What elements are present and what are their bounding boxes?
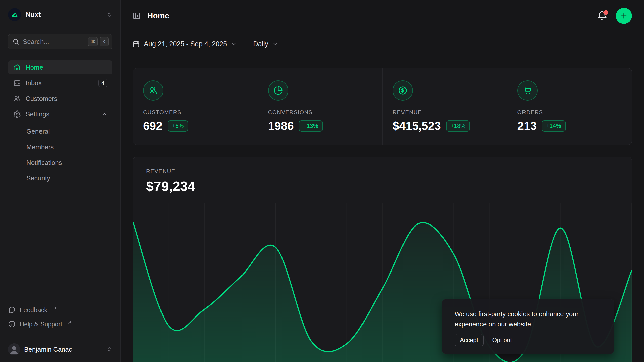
stat-customers[interactable]: CUSTOMERS 692 +6%	[133, 68, 258, 145]
collapse-sidebar-button[interactable]	[132, 12, 141, 20]
chevrons-up-down-icon	[106, 11, 112, 18]
pie-chart-icon	[268, 80, 288, 101]
sidebar-item-notifications[interactable]: Notifications	[26, 155, 112, 170]
period-select[interactable]: Daily	[253, 40, 278, 48]
stat-revenue[interactable]: REVENUE $415,523 +18%	[382, 68, 507, 145]
revenue-chart-header: REVENUE $79,234	[133, 157, 632, 194]
avatar	[8, 343, 20, 355]
calendar-icon	[132, 40, 140, 48]
sidebar-item-home[interactable]: Home	[8, 60, 112, 74]
chevron-down-icon	[231, 41, 237, 47]
help-support-label: Help & Support	[20, 321, 62, 328]
sidebar-item-customers[interactable]: Customers	[8, 92, 112, 106]
users-stat-icon	[143, 80, 163, 101]
nuxt-logo-icon	[8, 8, 21, 21]
cookie-message: We use first-party cookies to enhance yo…	[455, 309, 598, 329]
stat-value: 1986	[268, 119, 294, 133]
revenue-chart-label: REVENUE	[146, 168, 619, 175]
external-link-icon	[67, 320, 72, 324]
cookie-banner: We use first-party cookies to enhance yo…	[442, 299, 614, 354]
stat-value: 213	[517, 119, 537, 133]
stat-value: 692	[143, 119, 163, 133]
page-title: Home	[147, 11, 169, 20]
notifications-button[interactable]	[597, 11, 607, 21]
filter-toolbar: Aug 21, 2025 - Sep 4, 2025 Daily	[121, 32, 644, 56]
users-icon	[13, 95, 21, 103]
search-icon	[12, 38, 19, 45]
user-name: Benjamin Canac	[24, 346, 72, 353]
cookie-actions: Accept Opt out	[455, 334, 601, 346]
workspace-switcher[interactable]: Nuxt	[0, 8, 120, 22]
stat-label: ORDERS	[517, 109, 622, 116]
chevrons-up-down-icon	[106, 346, 112, 353]
search-placeholder: Search...	[23, 38, 85, 46]
stat-label: REVENUE	[393, 109, 497, 116]
period-value: Daily	[253, 40, 268, 48]
sidebar-item-label: Home	[26, 64, 43, 71]
notification-dot	[603, 10, 608, 15]
sidebar: Nuxt Search... ⌘ K	[0, 0, 121, 362]
sidebar-item-label: Inbox	[26, 79, 42, 87]
feedback-label: Feedback	[20, 306, 47, 314]
stat-orders[interactable]: ORDERS 213 +14%	[507, 68, 632, 145]
stat-conversions[interactable]: CONVERSIONS 1986 +13%	[258, 68, 383, 145]
kbd-k: K	[100, 37, 109, 46]
inbox-count-badge: 4	[98, 79, 107, 87]
stat-delta-badge: +14%	[542, 120, 566, 132]
dollar-circle-icon	[393, 80, 413, 101]
sidebar-item-inbox[interactable]: Inbox 4	[8, 76, 112, 90]
sidebar-item-settings[interactable]: Settings	[8, 107, 112, 121]
settings-subtree: General Members Notifications Security	[8, 124, 112, 186]
sidebar-item-label: Customers	[26, 95, 57, 103]
info-circle-icon	[8, 320, 16, 328]
chat-bubble-icon	[8, 306, 16, 314]
chevron-up-icon	[101, 111, 107, 117]
workspace-name: Nuxt	[26, 11, 41, 19]
search-input[interactable]: Search... ⌘ K	[8, 34, 112, 49]
opt-out-button[interactable]: Opt out	[492, 337, 512, 344]
kbd-meta: ⌘	[88, 37, 98, 46]
stat-delta-badge: +6%	[168, 120, 188, 132]
date-range-picker[interactable]: Aug 21, 2025 - Sep 4, 2025	[132, 40, 237, 48]
feedback-link[interactable]: Feedback	[8, 303, 112, 317]
home-icon	[13, 63, 21, 71]
sidebar-spacer	[0, 186, 120, 303]
sidebar-item-members[interactable]: Members	[26, 139, 112, 155]
sidebar-item-general[interactable]: General	[26, 124, 112, 139]
external-link-icon	[52, 306, 57, 310]
stat-label: CONVERSIONS	[268, 109, 373, 116]
stats-row: CUSTOMERS 692 +6% CONVERSIONS 1986 +13%	[133, 68, 632, 145]
inbox-icon	[13, 79, 21, 87]
header-actions	[597, 8, 632, 24]
stat-delta-badge: +13%	[299, 120, 323, 132]
stat-label: CUSTOMERS	[143, 109, 248, 116]
top-header: Home	[121, 0, 644, 32]
user-menu[interactable]: Benjamin Canac	[0, 338, 120, 362]
sidebar-item-label: Settings	[26, 110, 49, 118]
search-shortcut: ⌘ K	[88, 37, 109, 46]
gear-icon	[13, 110, 21, 118]
revenue-chart-total: $79,234	[146, 178, 619, 194]
shopping-cart-icon	[517, 80, 538, 101]
sidebar-nav: Home Inbox 4 Customers	[8, 60, 112, 186]
help-support-link[interactable]: Help & Support	[8, 317, 112, 331]
date-range-value: Aug 21, 2025 - Sep 4, 2025	[144, 40, 227, 48]
chevron-down-icon	[272, 41, 278, 47]
sidebar-item-security[interactable]: Security	[26, 170, 112, 186]
sidebar-footer-links: Feedback Help & Support	[0, 303, 120, 331]
stat-value: $415,523	[393, 119, 441, 133]
stat-delta-badge: +18%	[446, 120, 470, 132]
accept-cookies-button[interactable]: Accept	[455, 334, 484, 346]
add-button[interactable]	[616, 8, 632, 24]
